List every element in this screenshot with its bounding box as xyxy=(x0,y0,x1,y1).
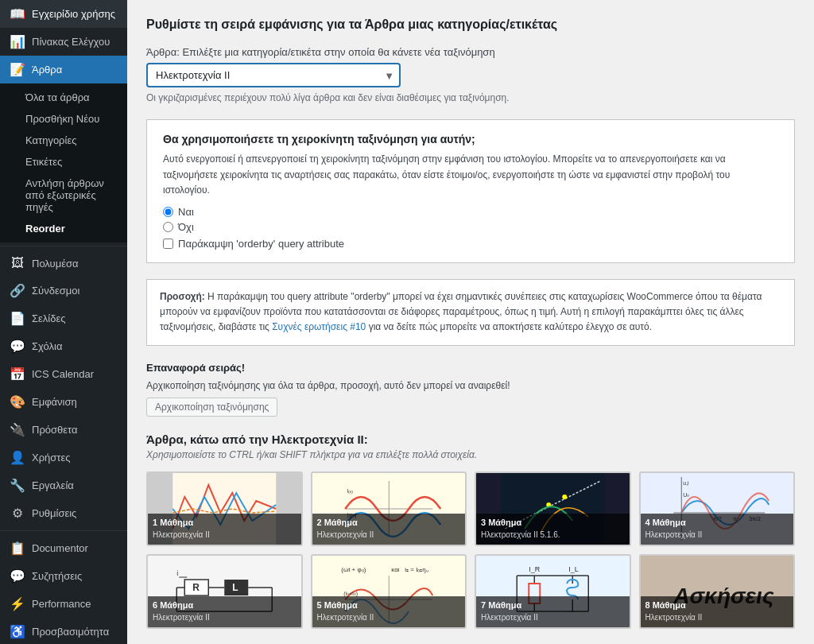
settings-icon: ⚙ xyxy=(10,506,25,521)
article-overlay-5: 6 Μάθημα Ηλεκτροτεχνία II xyxy=(148,596,301,627)
dashboard-icon: 📊 xyxy=(10,34,25,49)
article-card-8[interactable]: Ασκήσεις 8 Μάθημα Ηλεκτροτεχνία II xyxy=(639,554,796,629)
article-sub-3: Ηλεκτροτεχνία II 5.1.6. xyxy=(481,530,560,539)
sidebar-item-label: Χρήστες xyxy=(32,452,71,464)
sidebar: 📖 Εγχειρίδιο χρήσης 📊 Πίνακας Ελέγχου 📝 … xyxy=(0,0,127,644)
sidebar-item-add-new[interactable]: Προσθήκη Νέου xyxy=(0,108,127,130)
sidebar-item-label: Σύνδεσμοι xyxy=(32,285,79,297)
orderby-checkbox[interactable] xyxy=(163,239,173,249)
dropdown-label: Άρθρα: Επιλέξτε μια κατηγορία/ετικέτα στ… xyxy=(146,46,795,58)
article-card-3[interactable]: 3 Μάθημα Ηλεκτροτεχνία II 5.1.6. xyxy=(475,471,631,546)
article-card-4[interactable]: u,i π/2 π 3π/2 U₀ 4 Μάθημα Ηλεκτροτεχνία… xyxy=(639,471,796,546)
svg-text:i₂ = I₀₂ηᵤ: i₂ = I₀₂ηᵤ xyxy=(405,566,428,573)
svg-text:και: και xyxy=(391,566,400,573)
sidebar-item-plugins[interactable]: 🔌 Πρόσθετα xyxy=(0,416,127,444)
sidebar-item-label: Εμφάνιση xyxy=(32,396,77,408)
article-overlay-3: 3 Μάθημα Ηλεκτροτεχνία II 5.1.6. xyxy=(476,514,630,545)
article-card-1[interactable]: 1 Μάθημα Ηλεκτροτεχνία II xyxy=(146,471,303,546)
user-guide-icon: 📖 xyxy=(10,6,25,21)
category-dropdown[interactable]: Ηλεκτροτεχνία II xyxy=(146,63,401,87)
reset-title: Επαναφορά σειράς! xyxy=(146,362,795,374)
sidebar-item-label: ICS Calendar xyxy=(32,368,94,380)
grayed-note: Οι γκριζαρισμένες περιέχουν πολύ λίγα άρ… xyxy=(146,92,795,103)
appearance-icon: 🎨 xyxy=(10,394,25,409)
sidebar-item-appearance[interactable]: 🎨 Εμφάνιση xyxy=(0,388,127,416)
accessibility-icon: ♿ xyxy=(10,624,25,639)
reset-button[interactable]: Αρχικοποίηση ταξινόμησης xyxy=(146,398,277,417)
warning-bold: Προσοχή: xyxy=(160,291,205,302)
warning-box: Προσοχή: Η παράκαμψη του query attribute… xyxy=(146,279,795,346)
ics-icon: 📅 xyxy=(10,367,25,382)
sidebar-item-tools[interactable]: 🔧 Εργαλεία xyxy=(0,471,127,499)
article-sub-7: Ηλεκτροτεχνία II xyxy=(481,613,538,622)
sidebar-item-categories[interactable]: Κατηγορίες xyxy=(0,130,127,151)
manual-sort-title: Θα χρησιμοποιήσετε τη χειροκίνητη ταξινό… xyxy=(163,133,778,145)
radio-yes-label[interactable]: Ναι xyxy=(163,206,778,218)
article-sub-2: Ηλεκτροτεχνία II xyxy=(317,530,374,539)
manual-sort-section: Θα χρησιμοποιήσετε τη χειροκίνητη ταξινό… xyxy=(146,119,795,263)
article-num-7: 7 Μάθημα xyxy=(481,599,625,611)
manual-sort-description: Αυτό ενεργοποιεί ή απενεργοποιεί τη χειρ… xyxy=(163,152,778,198)
sidebar-item-tags[interactable]: Ετικέτες xyxy=(0,151,127,173)
sidebar-item-reorder[interactable]: Reorder xyxy=(0,218,127,239)
article-sub-8: Ηλεκτροτεχνία II xyxy=(645,613,703,622)
radio-no[interactable] xyxy=(163,222,173,232)
ctrl-hint: Χρησιμοποιείστε το CTRL ή/και SHIFT πλήκ… xyxy=(146,449,795,460)
sidebar-item-pages[interactable]: 📄 Σελίδες xyxy=(0,305,127,332)
article-card-2[interactable]: I₀₀ |φ₀| 2 Μάθημα Ηλεκτροτεχνία II xyxy=(311,471,467,546)
sidebar-item-user-guide[interactable]: 📖 Εγχειρίδιο χρήσης xyxy=(0,0,127,28)
orderby-checkbox-text: Παράκαμψη 'orderby' query attribute xyxy=(178,238,344,250)
sidebar-item-comments[interactable]: 💬 Σχόλια xyxy=(0,332,127,360)
article-num-6: 5 Μάθημα xyxy=(317,599,461,611)
article-overlay-7: 7 Μάθημα Ηλεκτροτεχνία II xyxy=(476,596,630,627)
sidebar-item-performance[interactable]: ⚡ Performance xyxy=(0,590,127,618)
warning-link[interactable]: Συχνές ερωτήσεις #10 xyxy=(272,321,366,332)
sidebar-item-settings[interactable]: ⚙ Ρυθμίσεις xyxy=(0,499,127,527)
article-sub-5: Ηλεκτροτεχνία II xyxy=(153,613,210,622)
svg-point-9 xyxy=(562,495,567,499)
article-sub-4: Ηλεκτροτεχνία II xyxy=(645,530,703,539)
sidebar-item-dashboard[interactable]: 📊 Πίνακας Ελέγχου xyxy=(0,28,127,56)
sidebar-divider-2 xyxy=(0,530,127,531)
sidebar-item-discussions[interactable]: 💬 Συζητήσεις xyxy=(0,562,127,590)
sidebar-item-label: Documentor xyxy=(32,542,88,554)
comments-icon: 💬 xyxy=(10,339,25,354)
sidebar-item-articles[interactable]: 📝 Άρθρα xyxy=(0,56,127,83)
sidebar-item-links[interactable]: 🔗 Σύνδεσμοι xyxy=(0,277,127,305)
article-card-5[interactable]: R L i 6 xyxy=(146,554,303,629)
tools-icon: 🔧 xyxy=(10,478,25,493)
performance-icon: ⚡ xyxy=(10,596,25,611)
documentor-icon: 📋 xyxy=(10,541,25,556)
page-title: Ρυθμίστε τη σειρά εμφάνισης για τα Άρθρα… xyxy=(146,16,795,33)
warning-text2: για να δείτε πώς μπορείτε να αποκτήσετε … xyxy=(369,321,652,332)
article-overlay-8: 8 Μάθημα Ηλεκτροτεχνία II xyxy=(641,596,794,627)
sidebar-item-label: Ρυθμίσεις xyxy=(32,507,76,519)
sidebar-item-multimedia[interactable]: 🖼 Πολυμέσα xyxy=(0,250,127,277)
svg-text:u,i: u,i xyxy=(683,480,689,486)
discussions-icon: 💬 xyxy=(10,568,25,584)
article-card-6[interactable]: (ωt + φ₀) και i₂ = I₀₂ηᵤ (i₀<i₀) 5 Μάθημ… xyxy=(311,554,467,629)
sidebar-item-all-articles[interactable]: Όλα τα άρθρα xyxy=(0,87,127,108)
article-num-4: 4 Μάθημα xyxy=(645,517,789,529)
category-dropdown-wrapper: Ηλεκτροτεχνία II ▼ xyxy=(146,63,401,87)
users-icon: 👤 xyxy=(10,450,25,465)
sidebar-item-documentor[interactable]: 📋 Documentor xyxy=(0,534,127,562)
article-num-1: 1 Μάθημα xyxy=(153,517,297,529)
sidebar-item-users[interactable]: 👤 Χρήστες xyxy=(0,444,127,471)
article-sub-6: Ηλεκτροτεχνία II xyxy=(317,613,374,622)
articles-section: Άρθρα, κάτω από την Ηλεκτροτεχνία II: Χρ… xyxy=(146,433,795,629)
article-num-3: 3 Μάθημα xyxy=(481,517,625,529)
radio-no-label[interactable]: Όχι xyxy=(163,221,778,233)
articles-section-title: Άρθρα, κάτω από την Ηλεκτροτεχνία II: xyxy=(146,433,795,446)
main-content: Ρυθμίστε τη σειρά εμφάνισης για τα Άρθρα… xyxy=(127,0,814,644)
article-num-2: 2 Μάθημα xyxy=(317,517,461,529)
sidebar-item-ics[interactable]: 📅 ICS Calendar xyxy=(0,360,127,388)
radio-yes[interactable] xyxy=(163,207,173,217)
article-overlay-2: 2 Μάθημα Ηλεκτροτεχνία II xyxy=(312,514,466,545)
links-icon: 🔗 xyxy=(10,283,25,298)
article-card-7[interactable]: I_R I_L xyxy=(475,554,631,629)
plugins-icon: 🔌 xyxy=(10,422,25,437)
sidebar-item-accessibility[interactable]: ♿ Προσβασιμότητα xyxy=(0,618,127,644)
sidebar-item-import[interactable]: Αντλήση άρθρων από εξωτερικές πηγές xyxy=(0,173,127,218)
orderby-checkbox-label[interactable]: Παράκαμψη 'orderby' query attribute xyxy=(163,238,778,250)
